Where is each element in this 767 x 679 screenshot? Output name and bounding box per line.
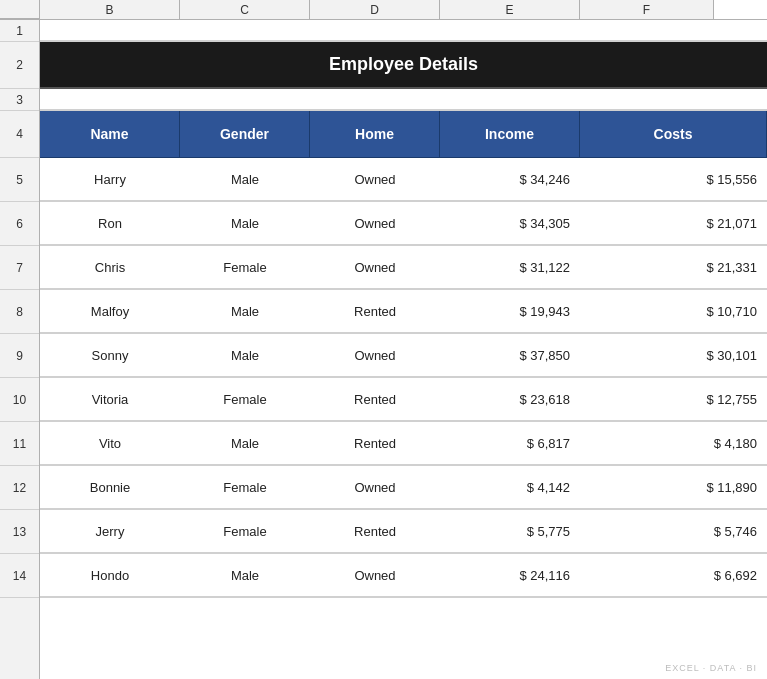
cell-10-gender[interactable]: Female (180, 378, 310, 421)
row-num-14[interactable]: 14 (0, 554, 39, 598)
row-11: Vito Male Rented $ 6,817 $ 4,180 (40, 422, 767, 466)
cell-10-home[interactable]: Rented (310, 378, 440, 421)
cell-5-costs[interactable]: $ 15,556 (580, 158, 767, 201)
cell-1-e[interactable] (440, 20, 580, 41)
cell-13-income[interactable]: $ 5,775 (440, 510, 580, 553)
row-num-4[interactable]: 4 (0, 111, 39, 158)
col-header-d[interactable]: D (310, 0, 440, 19)
cell-14-costs[interactable]: $ 6,692 (580, 554, 767, 597)
row-num-5[interactable]: 5 (0, 158, 39, 202)
cell-9-gender[interactable]: Male (180, 334, 310, 377)
row-num-1[interactable]: 1 (0, 20, 39, 42)
row-3 (40, 89, 767, 111)
cell-12-home[interactable]: Owned (310, 466, 440, 509)
cell-5-home[interactable]: Owned (310, 158, 440, 201)
cell-14-income[interactable]: $ 24,116 (440, 554, 580, 597)
cell-5-income[interactable]: $ 34,246 (440, 158, 580, 201)
header-home: Home (310, 111, 440, 158)
cell-11-income[interactable]: $ 6,817 (440, 422, 580, 465)
cell-5-name[interactable]: Harry (40, 158, 180, 201)
col-header-f[interactable]: F (580, 0, 714, 19)
cell-14-home[interactable]: Owned (310, 554, 440, 597)
cell-11-home[interactable]: Rented (310, 422, 440, 465)
cell-13-home[interactable]: Rented (310, 510, 440, 553)
cell-8-costs[interactable]: $ 10,710 (580, 290, 767, 333)
cell-12-costs[interactable]: $ 11,890 (580, 466, 767, 509)
cell-13-name[interactable]: Jerry (40, 510, 180, 553)
row-1 (40, 20, 767, 42)
row-num-6[interactable]: 6 (0, 202, 39, 246)
row-num-8[interactable]: 8 (0, 290, 39, 334)
cell-7-income[interactable]: $ 31,122 (440, 246, 580, 289)
cell-3-b[interactable] (40, 89, 180, 110)
row-5: Harry Male Owned $ 34,246 $ 15,556 (40, 158, 767, 202)
cell-11-costs[interactable]: $ 4,180 (580, 422, 767, 465)
cell-10-income[interactable]: $ 23,618 (440, 378, 580, 421)
cell-6-home[interactable]: Owned (310, 202, 440, 245)
row-8: Malfoy Male Rented $ 19,943 $ 10,710 (40, 290, 767, 334)
cell-7-home[interactable]: Owned (310, 246, 440, 289)
cell-3-e[interactable] (440, 89, 580, 110)
cell-13-gender[interactable]: Female (180, 510, 310, 553)
row-6: Ron Male Owned $ 34,305 $ 21,071 (40, 202, 767, 246)
cell-14-name[interactable]: Hondo (40, 554, 180, 597)
row-num-11[interactable]: 11 (0, 422, 39, 466)
col-header-e[interactable]: E (440, 0, 580, 19)
row-12: Bonnie Female Owned $ 4,142 $ 11,890 (40, 466, 767, 510)
cell-11-gender[interactable]: Male (180, 422, 310, 465)
cell-1-b[interactable] (40, 20, 180, 41)
cell-1-f[interactable] (580, 20, 767, 41)
cell-10-costs[interactable]: $ 12,755 (580, 378, 767, 421)
cell-11-name[interactable]: Vito (40, 422, 180, 465)
row-num-7[interactable]: 7 (0, 246, 39, 290)
cell-7-gender[interactable]: Female (180, 246, 310, 289)
row-num-3[interactable]: 3 (0, 89, 39, 111)
cell-3-d[interactable] (310, 89, 440, 110)
cell-13-costs[interactable]: $ 5,746 (580, 510, 767, 553)
row-num-9[interactable]: 9 (0, 334, 39, 378)
title-text: Employee Details (329, 54, 478, 75)
cell-9-income[interactable]: $ 37,850 (440, 334, 580, 377)
cell-12-gender[interactable]: Female (180, 466, 310, 509)
cell-12-name[interactable]: Bonnie (40, 466, 180, 509)
cell-6-income[interactable]: $ 34,305 (440, 202, 580, 245)
cell-9-name[interactable]: Sonny (40, 334, 180, 377)
cell-8-name[interactable]: Malfoy (40, 290, 180, 333)
row-4-headers: Name Gender Home Income Costs (40, 111, 767, 158)
cell-12-income[interactable]: $ 4,142 (440, 466, 580, 509)
spreadsheet: A B C D E F 1 2 3 4 5 6 7 8 9 10 11 12 1… (0, 0, 767, 679)
cell-9-home[interactable]: Owned (310, 334, 440, 377)
cell-1-c[interactable] (180, 20, 310, 41)
cell-1-d[interactable] (310, 20, 440, 41)
cell-6-costs[interactable]: $ 21,071 (580, 202, 767, 245)
cell-5-gender[interactable]: Male (180, 158, 310, 201)
row-9: Sonny Male Owned $ 37,850 $ 30,101 (40, 334, 767, 378)
cell-8-home[interactable]: Rented (310, 290, 440, 333)
title-cell: Employee Details (40, 42, 767, 88)
cell-6-gender[interactable]: Male (180, 202, 310, 245)
column-headers: A B C D E F (0, 0, 767, 20)
row-13: Jerry Female Rented $ 5,775 $ 5,746 (40, 510, 767, 554)
cell-10-name[interactable]: Vitoria (40, 378, 180, 421)
grid-area: 1 2 3 4 5 6 7 8 9 10 11 12 13 14 (0, 20, 767, 679)
cell-8-income[interactable]: $ 19,943 (440, 290, 580, 333)
header-income: Income (440, 111, 580, 158)
cell-14-gender[interactable]: Male (180, 554, 310, 597)
cell-7-name[interactable]: Chris (40, 246, 180, 289)
row-num-13[interactable]: 13 (0, 510, 39, 554)
row-num-12[interactable]: 12 (0, 466, 39, 510)
header-costs: Costs (580, 111, 767, 158)
col-header-c[interactable]: C (180, 0, 310, 19)
corner-cell (0, 0, 40, 19)
cell-8-gender[interactable]: Male (180, 290, 310, 333)
row-num-2[interactable]: 2 (0, 42, 39, 89)
cell-3-c[interactable] (180, 89, 310, 110)
cell-7-costs[interactable]: $ 21,331 (580, 246, 767, 289)
col-header-b[interactable]: B (40, 0, 180, 19)
cell-6-name[interactable]: Ron (40, 202, 180, 245)
row-7: Chris Female Owned $ 31,122 $ 21,331 (40, 246, 767, 290)
header-name: Name (40, 111, 180, 158)
row-num-10[interactable]: 10 (0, 378, 39, 422)
cell-3-f[interactable] (580, 89, 767, 110)
cell-9-costs[interactable]: $ 30,101 (580, 334, 767, 377)
